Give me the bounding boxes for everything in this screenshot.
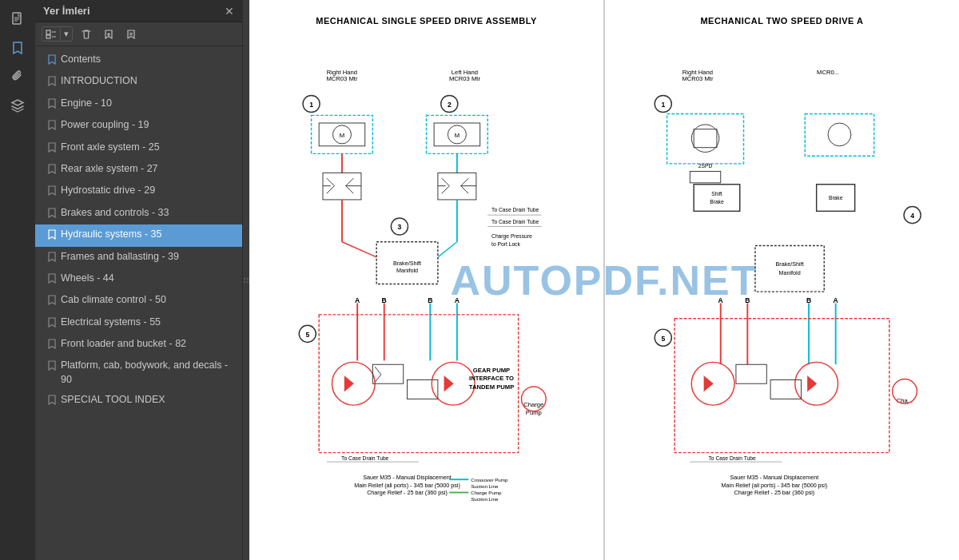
bookmark-label-11: Cab climate control - 50 <box>61 293 236 308</box>
right-diagram-title: MECHANICAL TWO SPEED DRIVE A <box>621 16 943 26</box>
bookmark-label-7: Brakes and controls - 33 <box>61 206 236 220</box>
bookmark-item-15[interactable]: SPECIAL TOOL INDEX <box>35 390 242 411</box>
bookmark-item-5[interactable]: Rear axle system - 27 <box>35 159 242 181</box>
svg-text:5: 5 <box>661 335 665 343</box>
bookmark-item-6[interactable]: Hydrostatic drive - 29 <box>35 181 242 202</box>
bookmark-label-6: Hydrostatic drive - 29 <box>61 184 236 198</box>
svg-point-93 <box>691 125 719 153</box>
new-document-icon[interactable] <box>5 6 30 32</box>
left-diagram-title: MECHANICAL SINGLE SPEED DRIVE ASSEMBLY <box>265 16 587 26</box>
svg-rect-122 <box>736 364 766 383</box>
diagram-inner: MECHANICAL SINGLE SPEED DRIVE ASSEMBLY R… <box>249 0 959 560</box>
left-diagram-svg: Right Hand MCR03 Mtr Left Hand MCR03 Mtr… <box>265 32 587 536</box>
bookmark-properties-button[interactable] <box>122 27 140 42</box>
close-sidebar-button[interactable]: ✕ <box>225 6 234 17</box>
svg-rect-99 <box>694 185 740 212</box>
bookmark-item-0[interactable]: Contents <box>35 50 242 71</box>
diagram-right: MECHANICAL TWO SPEED DRIVE A Right Hand … <box>605 0 959 560</box>
bookmark-item-11[interactable]: Cab climate control - 50 <box>35 290 242 312</box>
svg-text:2SPD: 2SPD <box>698 163 713 169</box>
bookmark-icon-15 <box>48 395 56 408</box>
svg-text:Brake: Brake <box>710 199 724 205</box>
svg-text:Charge: Charge <box>523 401 543 408</box>
attachments-panel-icon[interactable] <box>5 64 30 89</box>
svg-rect-96 <box>690 171 720 182</box>
svg-text:To Case Drain Tube: To Case Drain Tube <box>341 455 389 461</box>
svg-rect-97 <box>805 113 873 156</box>
expand-dropdown-button[interactable]: ▾ <box>61 27 72 41</box>
delete-bookmark-button[interactable] <box>78 27 95 42</box>
bookmark-label-2: Engine - 10 <box>61 97 236 111</box>
resize-handle[interactable] <box>243 0 249 560</box>
bookmark-icon-12 <box>48 317 56 331</box>
bookmark-item-2[interactable]: Engine - 10 <box>35 93 242 115</box>
bookmark-label-4: Front axle system - 25 <box>61 141 236 155</box>
expand-collapse-group: ▾ <box>42 26 73 42</box>
bookmark-icon-10 <box>48 273 56 287</box>
svg-point-12 <box>244 278 245 280</box>
bookmarks-list: ContentsINTRODUCTIONEngine - 10Power cou… <box>35 46 242 560</box>
bookmark-item-13[interactable]: Front loader and bucket - 82 <box>35 334 242 355</box>
bookmark-icon-5 <box>48 164 56 177</box>
svg-line-47 <box>342 242 376 257</box>
svg-text:Manifold: Manifold <box>396 267 418 274</box>
svg-text:5: 5 <box>305 331 309 339</box>
svg-text:Brake: Brake <box>829 195 843 201</box>
bookmark-item-8[interactable]: Hydraulic systems - 35 <box>35 224 242 246</box>
svg-text:M: M <box>455 132 460 139</box>
svg-text:MCR0...: MCR0... <box>817 69 839 76</box>
svg-text:1: 1 <box>661 101 665 109</box>
bookmark-item-9[interactable]: Frames and ballasting - 39 <box>35 247 242 268</box>
bookmarks-sidebar: Yer İmleri ✕ ▾ <box>35 0 243 560</box>
svg-text:to Port Lock: to Port Lock <box>491 241 520 247</box>
bookmark-icon-14 <box>48 360 56 374</box>
bookmarks-panel-icon[interactable] <box>5 35 30 61</box>
svg-text:3: 3 <box>398 223 402 231</box>
sidebar-header: Yer İmleri ✕ <box>35 0 242 22</box>
svg-text:MCR03 Mtr: MCR03 Mtr <box>449 75 481 82</box>
bookmark-item-4[interactable]: Front axle system - 25 <box>35 137 242 159</box>
svg-rect-0 <box>13 13 21 24</box>
svg-text:Brake/Shift: Brake/Shift <box>776 260 804 268</box>
svg-text:GEAR PUMP: GEAR PUMP <box>473 367 510 374</box>
svg-text:Right Hand: Right Hand <box>682 69 713 76</box>
expand-all-button[interactable] <box>42 28 61 41</box>
svg-rect-92 <box>667 113 744 163</box>
svg-rect-68 <box>372 364 403 383</box>
bookmark-icon-3 <box>48 120 56 133</box>
svg-rect-69 <box>408 379 438 399</box>
svg-text:M: M <box>340 132 344 139</box>
left-toolbar <box>0 0 35 560</box>
svg-point-15 <box>247 281 249 283</box>
svg-text:MCR03 Mtr: MCR03 Mtr <box>682 75 714 82</box>
svg-line-48 <box>438 242 457 257</box>
bookmark-icon-6 <box>48 185 56 199</box>
svg-text:Crossover Pump: Crossover Pump <box>471 477 508 483</box>
svg-text:Main Relief (all ports) - 345 : Main Relief (all ports) - 345 bar (5000 … <box>354 482 460 489</box>
bookmark-icon-8 <box>48 229 56 243</box>
bookmark-item-14[interactable]: Platform, cab, bodywork, and decals - 90 <box>35 355 242 390</box>
add-bookmark-button[interactable] <box>100 27 117 42</box>
bookmark-item-7[interactable]: Brakes and controls - 33 <box>35 203 242 224</box>
bookmark-icon-1 <box>48 76 56 89</box>
layers-panel-icon[interactable] <box>5 93 30 118</box>
svg-text:Suction Line: Suction Line <box>471 483 499 489</box>
bookmark-item-1[interactable]: INTRODUCTION <box>35 71 242 93</box>
bookmark-item-10[interactable]: Wheels - 44 <box>35 268 242 290</box>
bookmark-label-13: Front loader and bucket - 82 <box>61 337 236 351</box>
svg-text:Sauer M35 - Manual Displacemen: Sauer M35 - Manual Displacement <box>363 474 452 481</box>
svg-text:Main Relief (all ports) - 345 : Main Relief (all ports) - 345 bar (5000 … <box>722 482 828 489</box>
bookmark-label-0: Contents <box>61 53 236 67</box>
svg-text:Charge Pressure: Charge Pressure <box>491 233 532 240</box>
svg-text:MCR03 Mtr: MCR03 Mtr <box>326 75 358 82</box>
svg-text:Manifold: Manifold <box>779 269 801 276</box>
bookmark-item-12[interactable]: Electrical systems - 55 <box>35 312 242 334</box>
bookmark-icon-4 <box>48 142 56 156</box>
svg-text:Right Hand: Right Hand <box>327 69 357 76</box>
bookmark-item-3[interactable]: Power coupling - 19 <box>35 115 242 137</box>
svg-text:4: 4 <box>910 212 914 220</box>
sidebar-toolbar: ▾ <box>35 22 242 46</box>
bookmark-label-8: Hydraulic systems - 35 <box>61 228 236 242</box>
svg-text:Charge Pump: Charge Pump <box>471 490 502 495</box>
svg-rect-94 <box>694 129 717 148</box>
